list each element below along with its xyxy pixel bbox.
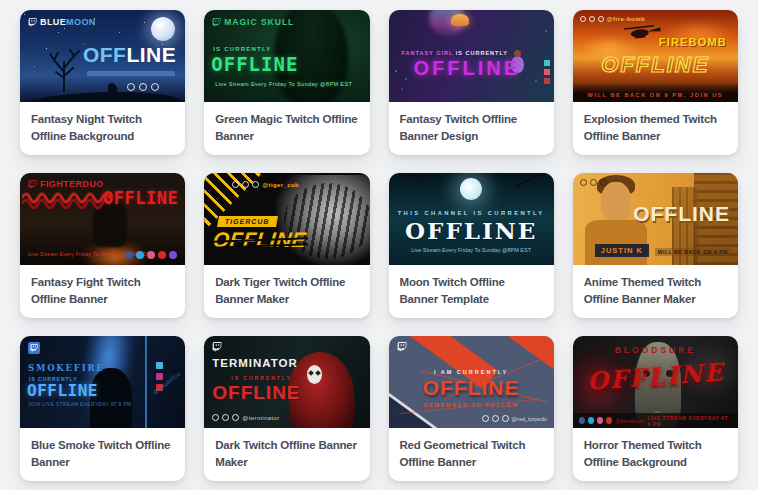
sparkle-graphic (395, 70, 397, 72)
template-title: Anime Themed Twitch Offline Banner Maker (573, 265, 738, 316)
handle-text: @terminator (242, 415, 280, 421)
template-card-dark-tiger[interactable]: @tiger_cub TIGERCUB OFFLINE Dark Tiger T… (204, 173, 369, 318)
offline-text: OFFLINE (103, 188, 178, 208)
footer-band: @bloodsure LIVE STREAM EVERYDAY AT 9 PM (573, 413, 738, 428)
status-text: IS CURRENTLY (213, 46, 271, 52)
banner-fantasy-design: FANTASY GIRL IS CURRENTLY OFFLINE (389, 10, 554, 102)
template-title: Fantasy Twitch Offline Banner Design (389, 102, 554, 153)
facebook-icon (579, 417, 585, 424)
banner-fantasy-night: BLUEMOON OFFLINE (20, 10, 185, 102)
tagline-text: REMEMBER TO FOLLOW (389, 402, 554, 408)
bluemoon-logo: BLUEMOON (28, 17, 96, 27)
brand-text: TERMINATOR (212, 357, 298, 369)
template-title: Horror Themed Twitch Offline Background (573, 428, 738, 479)
banner-explosion: @fire-bomb FIREBOMB OFFLINE WILL BE BACK… (573, 10, 738, 102)
offline-text: OFFLINE (27, 381, 98, 400)
branch-graphic (389, 173, 421, 180)
tagline-text: Live Stream Every Friday To Sunday @8PM … (389, 247, 554, 253)
banner-moon: THIS CHANNEL IS CURRENTLY OFFLINE Live S… (389, 173, 554, 265)
tagline-text: WILL BE BACK ON 9 PM. JOIN US (573, 92, 738, 98)
twitch-icon (28, 342, 40, 354)
template-title: Explosion themed Twitch Offline Banner (573, 102, 738, 153)
social-icons (127, 83, 159, 91)
template-card-horror[interactable]: BLOODSURE OFFLINE @bloodsure LIVE STREAM… (573, 336, 738, 481)
girl-head-graphic (514, 50, 521, 57)
brand-text: FIGHTERDUO (40, 179, 104, 189)
divider-line (145, 336, 147, 428)
handle-text: @fire-bomb (607, 16, 646, 22)
template-card-blue-smoke[interactable]: SMOKEFIRE IS CURRENTLY OFFLINE JOIN LIVE… (20, 336, 185, 481)
template-title: Dark Twitch Offline Banner Maker (204, 428, 369, 479)
character-face-graphic (601, 182, 631, 222)
template-card-moon[interactable]: THIS CHANNEL IS CURRENTLY OFFLINE Live S… (389, 173, 554, 318)
tagline-text: JOIN LIVE STREAM EVERYDAY AT 9 PM (28, 402, 131, 407)
facebook-icon (125, 251, 133, 259)
banner-anime: OFFLINE JUSTIN K WILL BE BACK ON 9 PM (573, 173, 738, 265)
banner-dark: TERMINATOR IS CURRENTLY OFFLINE @termina… (204, 336, 369, 428)
social-icons (544, 60, 550, 84)
template-card-fantasy-night[interactable]: BLUEMOON OFFLINE Fantasy Night Twitch Of… (20, 10, 185, 155)
youtube-icon (158, 251, 166, 259)
template-title: Red Geometrical Twitch Offline Banner (389, 428, 554, 479)
social-icons (580, 179, 607, 186)
youtube-icon (606, 417, 612, 424)
social-handle-row: @tiger_cub (232, 181, 299, 188)
mask-eye-graphic (315, 370, 321, 376)
twitter-icon (580, 179, 587, 186)
twitter-icon (252, 181, 259, 188)
social-handle-row: @terminator (212, 414, 280, 421)
offline-text: OFFLINE (212, 382, 300, 404)
banner-green-magic: MAGIC SKULL IS CURRENTLY OFFLINE Live St… (204, 10, 369, 102)
offline-text: OFFLINE (211, 53, 298, 75)
twitter-icon (139, 83, 147, 91)
banner-fantasy-fight: FIGHTERDUO OFFLINE Live Stream Every Fri… (20, 173, 185, 265)
banner-red-geometrical: I AM CURRENTLY OFFLINE REMEMBER TO FOLLO… (389, 336, 554, 428)
banner-dark-tiger: @tiger_cub TIGERCUB OFFLINE (204, 173, 369, 265)
template-card-fantasy-design[interactable]: FANTASY GIRL IS CURRENTLY OFFLINE Fantas… (389, 10, 554, 155)
brand-text: BLOODSURE (573, 345, 738, 355)
twitch-icon (28, 18, 37, 27)
handle-text: @bloodsure (615, 418, 644, 424)
brand-badge: TIGERCUB (217, 216, 278, 227)
brand-text: MAGIC SKULL (224, 17, 294, 27)
template-card-red-geometrical[interactable]: I AM CURRENTLY OFFLINE REMEMBER TO FOLLO… (389, 336, 554, 481)
twitter-icon (232, 414, 239, 421)
template-card-explosion[interactable]: @fire-bomb FIREBOMB OFFLINE WILL BE BACK… (573, 10, 738, 155)
instagram-icon (597, 417, 603, 424)
fighterduo-logo: FIGHTERDUO (28, 179, 104, 189)
moon-graphic (151, 17, 175, 41)
magic-skull-logo: MAGIC SKULL (212, 17, 294, 27)
twitch-icon (397, 342, 407, 352)
facebook-icon (222, 414, 229, 421)
brand-text: BLUE (40, 17, 66, 27)
tagline-text: Live Stream Every Friday To Sunday @8PM … (212, 80, 355, 88)
offline-text: OFFLINE (573, 52, 738, 78)
offline-text: OFFLINE (83, 43, 176, 67)
template-card-anime[interactable]: OFFLINE JUSTIN K WILL BE BACK ON 9 PM An… (573, 173, 738, 318)
status-text: FANTASY GIRL IS CURRENTLY (402, 50, 508, 56)
social-handle-row: @fire-bomb (580, 16, 646, 22)
facebook-icon (151, 83, 159, 91)
ground-graphic (20, 92, 185, 102)
template-card-fantasy-fight[interactable]: FIGHTERDUO OFFLINE Live Stream Every Fri… (20, 173, 185, 318)
instagram-icon (156, 373, 163, 380)
tagline-bar (87, 71, 175, 76)
twitch-icon (212, 18, 221, 27)
status-text: I AM CURRENTLY (389, 369, 554, 375)
twitter-icon (482, 415, 489, 422)
offline-text: OFFLINE (389, 217, 554, 244)
zigzag-graphic (22, 189, 114, 217)
social-handle-row: @red_torpedo (482, 415, 547, 422)
instagram-icon (147, 251, 155, 259)
jellyfish-graphic (451, 14, 469, 26)
template-title: Fantasy Night Twitch Offline Background (20, 102, 185, 153)
template-card-green-magic[interactable]: MAGIC SKULL IS CURRENTLY OFFLINE Live St… (204, 10, 369, 155)
instagram-icon (242, 181, 249, 188)
streamer-name-badge: JUSTIN K (595, 244, 649, 257)
character-body-graphic (585, 220, 647, 265)
template-card-dark[interactable]: TERMINATOR IS CURRENTLY OFFLINE @termina… (204, 336, 369, 481)
status-text: IS CURRENTLY (231, 375, 292, 381)
facebook-icon (589, 16, 595, 22)
offline-text: OFFLINE (389, 376, 554, 400)
moon-graphic (460, 178, 482, 200)
